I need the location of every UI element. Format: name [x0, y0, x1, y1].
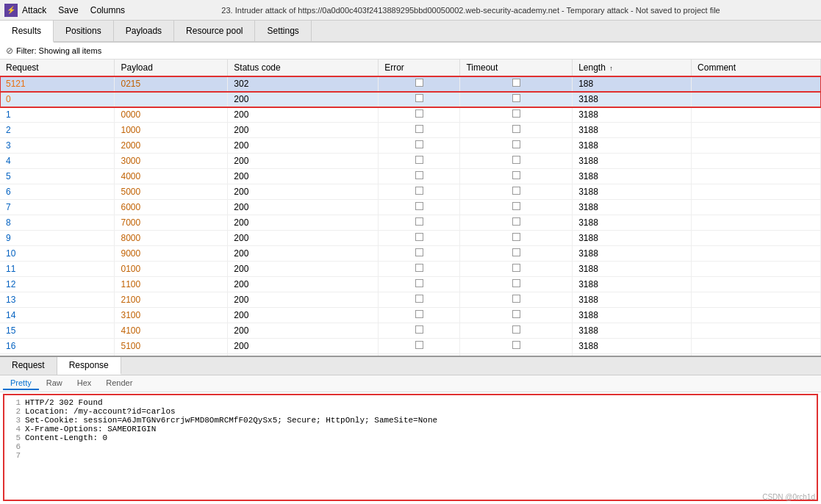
error-checkbox[interactable]: [415, 248, 423, 256]
resp-tab-render[interactable]: Render: [98, 377, 140, 390]
table-row[interactable]: 0 200 3188: [0, 92, 821, 107]
timeout-checkbox[interactable]: [512, 325, 520, 334]
menu-columns[interactable]: Columns: [90, 5, 125, 15]
col-status[interactable]: Status code: [228, 60, 379, 76]
cell-error: [379, 200, 460, 215]
error-checkbox[interactable]: [415, 264, 423, 272]
tab-results[interactable]: Results: [0, 21, 54, 43]
table-row[interactable]: 8 7000 200 3188: [0, 215, 821, 231]
table-row[interactable]: 11 0100 200 3188: [0, 262, 821, 277]
timeout-checkbox[interactable]: [512, 156, 520, 164]
cell-length: 3188: [573, 339, 692, 354]
timeout-checkbox[interactable]: [512, 217, 520, 226]
tab-payloads[interactable]: Payloads: [114, 21, 174, 41]
cell-request: 5: [0, 169, 115, 184]
error-checkbox[interactable]: [415, 325, 423, 334]
timeout-checkbox[interactable]: [512, 140, 520, 148]
timeout-checkbox[interactable]: [512, 79, 520, 87]
timeout-checkbox[interactable]: [512, 310, 520, 318]
cell-error: [379, 107, 460, 123]
cell-length: 3188: [573, 277, 692, 292]
cell-comment: [692, 262, 821, 277]
error-checkbox[interactable]: [415, 233, 423, 241]
table-row[interactable]: 4 3000 200 3188: [0, 154, 821, 169]
cell-payload: 0000: [115, 107, 228, 123]
error-checkbox[interactable]: [415, 295, 423, 303]
cell-length: 3188: [573, 154, 692, 169]
error-checkbox[interactable]: [415, 202, 423, 210]
timeout-checkbox[interactable]: [512, 125, 520, 133]
results-table: Request Payload Status code Error Timeou…: [0, 60, 821, 357]
error-checkbox[interactable]: [415, 94, 423, 102]
col-timeout[interactable]: Timeout: [460, 60, 573, 76]
table-row[interactable]: 9 8000 200 3188: [0, 231, 821, 246]
table-row[interactable]: 10 9000 200 3188: [0, 246, 821, 262]
main-tabbar: Results Positions Payloads Resource pool…: [0, 21, 821, 43]
timeout-checkbox[interactable]: [512, 202, 520, 210]
table-row[interactable]: 14 3100 200 3188: [0, 308, 821, 323]
timeout-checkbox[interactable]: [512, 341, 520, 349]
table-row[interactable]: 3 2000 200 3188: [0, 138, 821, 154]
filter-icon: ⊘: [6, 46, 13, 56]
error-checkbox[interactable]: [415, 140, 423, 148]
cell-request: 11: [0, 262, 115, 277]
timeout-checkbox[interactable]: [512, 233, 520, 241]
table-row[interactable]: 5121 0215 302 188: [0, 76, 821, 92]
timeout-checkbox[interactable]: [512, 109, 520, 118]
timeout-checkbox[interactable]: [512, 248, 520, 256]
cell-request: 14: [0, 308, 115, 323]
table-row[interactable]: 15 4100 200 3188: [0, 323, 821, 339]
menu-attack[interactable]: Attack: [22, 5, 46, 15]
timeout-checkbox[interactable]: [512, 187, 520, 195]
cell-comment: [692, 76, 821, 92]
timeout-checkbox[interactable]: [512, 295, 520, 303]
tab-resource-pool[interactable]: Resource pool: [174, 21, 255, 41]
error-checkbox[interactable]: [415, 171, 423, 179]
line-number: 3: [9, 416, 21, 425]
col-length[interactable]: Length ↑: [573, 60, 692, 76]
resp-tab-pretty[interactable]: Pretty: [3, 377, 39, 390]
timeout-checkbox[interactable]: [512, 264, 520, 272]
table-row[interactable]: 7 6000 200 3188: [0, 200, 821, 215]
timeout-checkbox[interactable]: [512, 279, 520, 287]
timeout-checkbox[interactable]: [512, 171, 520, 179]
cell-timeout: [460, 76, 573, 92]
resp-tab-hex[interactable]: Hex: [70, 377, 99, 390]
cell-length: 3188: [573, 200, 692, 215]
error-checkbox[interactable]: [415, 156, 423, 164]
col-request[interactable]: Request: [0, 60, 115, 76]
cell-request: 5121: [0, 76, 115, 92]
table-row[interactable]: 12 1100 200 3188: [0, 277, 821, 292]
menu-save[interactable]: Save: [58, 5, 78, 15]
col-comment[interactable]: Comment: [692, 60, 821, 76]
error-checkbox[interactable]: [415, 217, 423, 226]
cell-length: 188: [573, 76, 692, 92]
col-error[interactable]: Error: [379, 60, 460, 76]
error-checkbox[interactable]: [415, 109, 423, 118]
error-checkbox[interactable]: [415, 125, 423, 133]
error-checkbox[interactable]: [415, 79, 423, 87]
error-checkbox[interactable]: [415, 279, 423, 287]
timeout-checkbox[interactable]: [512, 94, 520, 102]
tab-positions[interactable]: Positions: [54, 21, 114, 41]
cell-error: [379, 262, 460, 277]
bottom-tab-request[interactable]: Request: [0, 357, 57, 375]
error-checkbox[interactable]: [415, 187, 423, 195]
table-row[interactable]: 5 4000 200 3188: [0, 169, 821, 184]
col-payload[interactable]: Payload: [115, 60, 228, 76]
error-checkbox[interactable]: [415, 341, 423, 349]
cell-payload: 7000: [115, 215, 228, 231]
titlebar: ⚡ Attack Save Columns 23. Intruder attac…: [0, 0, 821, 21]
cell-error: [379, 169, 460, 184]
table-row[interactable]: 13 2100 200 3188: [0, 292, 821, 308]
table-row[interactable]: 2 1000 200 3188: [0, 123, 821, 138]
resp-tab-raw[interactable]: Raw: [39, 377, 70, 390]
table-row[interactable]: 1 0000 200 3188: [0, 107, 821, 123]
results-table-area[interactable]: Request Payload Status code Error Timeou…: [0, 60, 821, 357]
bottom-tab-response[interactable]: Response: [57, 357, 121, 375]
error-checkbox[interactable]: [415, 310, 423, 318]
cell-timeout: [460, 231, 573, 246]
table-row[interactable]: 6 5000 200 3188: [0, 184, 821, 200]
tab-settings[interactable]: Settings: [255, 21, 311, 41]
table-row[interactable]: 16 5100 200 3188: [0, 339, 821, 354]
